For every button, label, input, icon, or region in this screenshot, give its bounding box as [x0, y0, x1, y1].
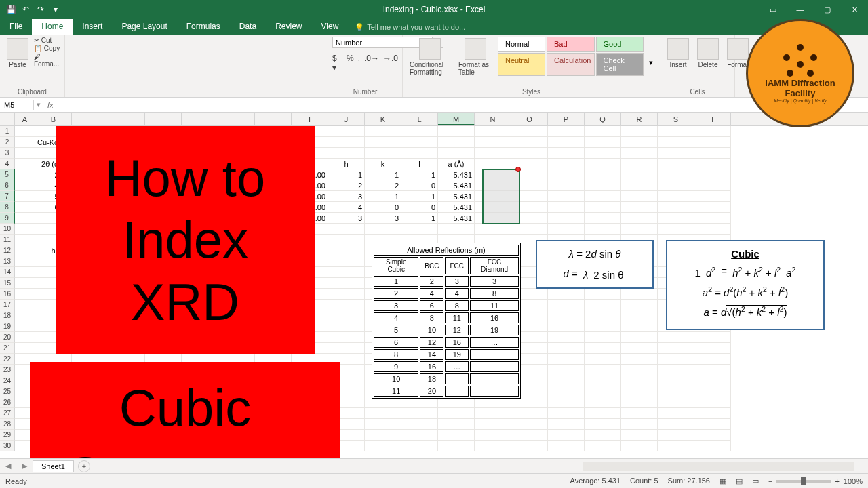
cell[interactable]	[328, 300, 365, 310]
name-box[interactable]: M5	[0, 100, 34, 110]
cell[interactable]	[621, 321, 658, 332]
cell[interactable]	[438, 148, 475, 159]
cell[interactable]	[15, 191, 35, 202]
row-header[interactable]: 19	[0, 321, 15, 332]
cell[interactable]	[15, 321, 35, 332]
cell[interactable]: 3	[328, 213, 365, 224]
cell[interactable]	[475, 397, 511, 408]
cell[interactable]	[548, 126, 585, 137]
cell[interactable]: 5.431	[438, 169, 475, 180]
cell[interactable]	[694, 137, 731, 148]
row-header[interactable]: 30	[0, 441, 15, 451]
cell[interactable]	[328, 137, 365, 148]
view-page-layout-icon[interactable]: ▤	[736, 476, 743, 485]
cell[interactable]	[15, 300, 35, 310]
copy-button[interactable]: 📋 Copy	[34, 45, 60, 52]
cell[interactable]	[15, 332, 35, 343]
maximize-icon[interactable]: ▢	[814, 0, 841, 19]
row-header[interactable]: 23	[0, 365, 15, 375]
cell[interactable]	[15, 224, 35, 235]
cell[interactable]	[585, 180, 621, 191]
row-header[interactable]: 5	[0, 169, 15, 180]
row-header[interactable]: 4	[0, 159, 15, 169]
cell[interactable]: 2	[365, 180, 401, 191]
cell[interactable]	[621, 180, 658, 191]
worksheet-grid[interactable]: ABIJKLMNOPQRST 12Cu-Kα342θ (deg)mhkla (Å…	[0, 113, 868, 458]
col-header[interactable]	[145, 113, 182, 125]
cell[interactable]	[694, 148, 731, 159]
cell[interactable]	[548, 332, 585, 343]
zoom-out-icon[interactable]: −	[768, 477, 772, 485]
cell[interactable]	[328, 267, 365, 278]
cell[interactable]	[658, 159, 694, 169]
cell[interactable]	[621, 224, 658, 235]
col-header[interactable]	[72, 113, 108, 125]
cell[interactable]	[694, 365, 731, 375]
cell[interactable]	[694, 159, 731, 169]
cell[interactable]	[621, 419, 658, 430]
fill-handle[interactable]	[515, 167, 521, 172]
cell[interactable]: 4	[328, 202, 365, 213]
col-header[interactable]: P	[548, 113, 585, 125]
cell[interactable]: 0	[401, 180, 438, 191]
cell[interactable]	[15, 180, 35, 191]
cell[interactable]	[401, 137, 438, 148]
cell[interactable]	[365, 419, 401, 430]
cell[interactable]	[328, 289, 365, 300]
cell[interactable]	[365, 408, 401, 419]
cell[interactable]	[548, 397, 585, 408]
cell[interactable]: 0	[401, 202, 438, 213]
tab-file[interactable]: File	[0, 19, 32, 35]
col-header[interactable]: Q	[585, 113, 621, 125]
col-header[interactable]: A	[15, 113, 35, 125]
row-header[interactable]: 27	[0, 408, 15, 419]
cell[interactable]	[548, 289, 585, 300]
cell[interactable]: 1	[365, 191, 401, 202]
cell[interactable]	[475, 419, 511, 430]
cell[interactable]	[621, 386, 658, 397]
cell[interactable]	[438, 126, 475, 137]
horizontal-scrollbar[interactable]	[583, 462, 854, 471]
cell[interactable]	[548, 148, 585, 159]
cell[interactable]	[658, 126, 694, 137]
row-header[interactable]: 14	[0, 267, 15, 278]
cell[interactable]: 5.431	[438, 202, 475, 213]
cell[interactable]	[694, 213, 731, 224]
cell[interactable]	[511, 148, 548, 159]
cell[interactable]	[15, 267, 35, 278]
cell[interactable]: 1	[365, 169, 401, 180]
cell[interactable]	[585, 148, 621, 159]
row-header[interactable]: 13	[0, 256, 15, 267]
cell[interactable]	[15, 278, 35, 289]
cell[interactable]	[328, 148, 365, 159]
cell[interactable]	[658, 354, 694, 365]
cell[interactable]	[694, 386, 731, 397]
cell[interactable]	[401, 397, 438, 408]
col-header[interactable]: I	[292, 113, 328, 125]
row-header[interactable]: 10	[0, 224, 15, 235]
cell[interactable]	[621, 430, 658, 441]
col-header[interactable]: S	[658, 113, 694, 125]
cell[interactable]	[438, 441, 475, 451]
cell[interactable]	[548, 180, 585, 191]
cell[interactable]	[475, 441, 511, 451]
cell[interactable]	[658, 191, 694, 202]
cell[interactable]	[15, 245, 35, 256]
cell[interactable]	[585, 397, 621, 408]
col-header[interactable]: O	[511, 113, 548, 125]
cell[interactable]	[548, 310, 585, 321]
cell[interactable]	[401, 430, 438, 441]
cell[interactable]	[15, 289, 35, 300]
cell[interactable]	[585, 365, 621, 375]
cell[interactable]: 3	[365, 213, 401, 224]
cell[interactable]	[658, 408, 694, 419]
paste-button[interactable]: Paste	[4, 37, 31, 70]
fx-icon[interactable]: fx	[43, 101, 58, 109]
row-header[interactable]: 28	[0, 419, 15, 430]
cell[interactable]	[511, 419, 548, 430]
col-header[interactable]: B	[35, 113, 72, 125]
cell[interactable]	[694, 332, 731, 343]
cell[interactable]	[585, 213, 621, 224]
cell[interactable]	[585, 419, 621, 430]
cell[interactable]	[438, 430, 475, 441]
